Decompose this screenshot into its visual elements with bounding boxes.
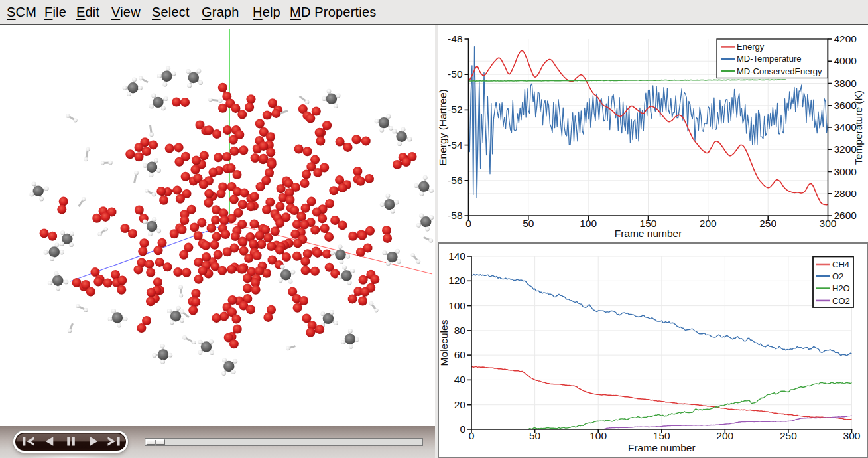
- svg-text:0: 0: [465, 218, 471, 229]
- svg-text:50: 50: [523, 218, 534, 229]
- svg-text:4200: 4200: [834, 33, 857, 44]
- svg-text:100: 100: [580, 218, 597, 229]
- svg-text:250: 250: [759, 218, 776, 229]
- svg-text:50: 50: [529, 430, 541, 441]
- svg-text:250: 250: [780, 430, 797, 441]
- svg-text:Energy: Energy: [737, 42, 765, 52]
- svg-text:Frame number: Frame number: [628, 442, 696, 453]
- svg-text:Molecules: Molecules: [438, 319, 450, 366]
- svg-text:Temperature (K): Temperature (K): [853, 90, 864, 165]
- svg-text:-56: -56: [448, 175, 462, 186]
- svg-text:100: 100: [448, 300, 465, 311]
- svg-text:CH4: CH4: [832, 260, 849, 269]
- svg-text:MD-ConservedEnergy: MD-ConservedEnergy: [737, 66, 822, 76]
- svg-text:4000: 4000: [834, 55, 857, 66]
- svg-text:150: 150: [653, 430, 670, 441]
- svg-text:40: 40: [454, 374, 466, 385]
- svg-text:CO2: CO2: [832, 296, 850, 306]
- svg-text:Frame number: Frame number: [615, 228, 682, 239]
- svg-text:2600: 2600: [834, 210, 857, 221]
- svg-text:3800: 3800: [834, 78, 857, 89]
- svg-text:O2: O2: [832, 271, 843, 281]
- svg-text:300: 300: [820, 218, 837, 229]
- svg-text:60: 60: [454, 349, 466, 360]
- svg-text:120: 120: [448, 275, 465, 286]
- svg-text:MD-Temperature: MD-Temperature: [737, 54, 802, 64]
- svg-text:-48: -48: [448, 33, 462, 44]
- svg-text:-58: -58: [448, 210, 462, 221]
- svg-text:200: 200: [700, 218, 717, 229]
- svg-text:Energy (Hartree): Energy (Hartree): [438, 89, 448, 165]
- svg-text:140: 140: [448, 250, 465, 262]
- svg-text:H2O: H2O: [832, 283, 850, 293]
- svg-text:-54: -54: [448, 139, 463, 151]
- svg-text:0: 0: [460, 423, 465, 435]
- svg-text:-52: -52: [448, 104, 462, 115]
- svg-text:3000: 3000: [834, 166, 857, 177]
- svg-text:100: 100: [589, 430, 607, 441]
- svg-text:0: 0: [469, 430, 475, 441]
- svg-text:-50: -50: [448, 68, 463, 80]
- svg-text:20: 20: [454, 399, 466, 410]
- svg-text:2800: 2800: [834, 188, 857, 199]
- svg-text:300: 300: [843, 430, 861, 441]
- svg-text:80: 80: [454, 325, 466, 336]
- svg-text:200: 200: [716, 430, 733, 441]
